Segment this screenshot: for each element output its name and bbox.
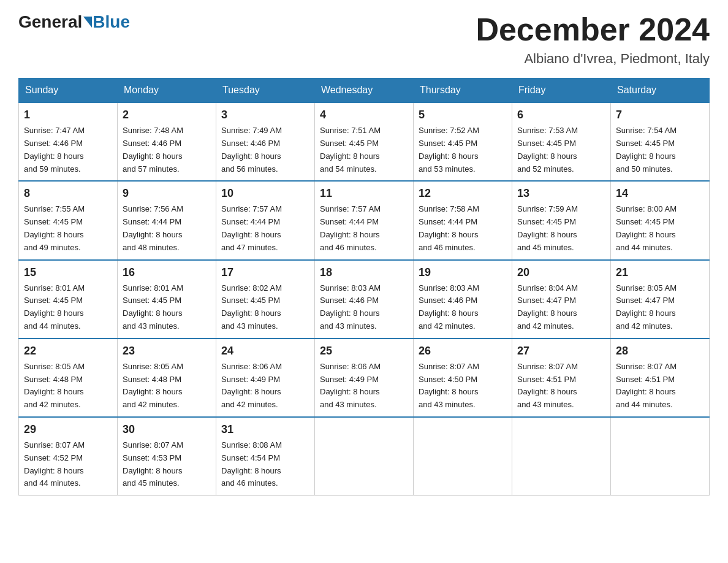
header-day-tuesday: Tuesday <box>216 79 315 103</box>
day-info: Sunrise: 8:03 AMSunset: 4:46 PMDaylight:… <box>419 282 507 333</box>
week-row-2: 8Sunrise: 7:55 AMSunset: 4:45 PMDaylight… <box>19 181 710 259</box>
day-info: Sunrise: 8:08 AMSunset: 4:54 PMDaylight:… <box>221 439 309 490</box>
day-number: 14 <box>616 185 704 202</box>
day-number: 9 <box>123 185 211 202</box>
day-number: 22 <box>24 343 112 359</box>
logo-general-text: General <box>18 12 82 32</box>
header-day-monday: Monday <box>118 79 216 103</box>
day-number: 24 <box>221 343 309 359</box>
day-number: 13 <box>517 185 605 202</box>
day-number: 19 <box>419 264 507 281</box>
calendar-cell <box>611 417 710 496</box>
calendar-cell: 10Sunrise: 7:57 AMSunset: 4:44 PMDayligh… <box>216 181 315 259</box>
title-section: December 2024 Albiano d'Ivrea, Piedmont,… <box>476 12 710 67</box>
day-number: 27 <box>517 343 605 359</box>
logo-arrow-icon <box>83 17 92 28</box>
day-number: 18 <box>320 264 408 281</box>
calendar-cell: 9Sunrise: 7:56 AMSunset: 4:44 PMDaylight… <box>118 181 216 259</box>
day-info: Sunrise: 8:05 AMSunset: 4:47 PMDaylight:… <box>616 282 704 333</box>
calendar-cell <box>512 417 611 496</box>
day-info: Sunrise: 8:02 AMSunset: 4:45 PMDaylight:… <box>221 282 309 333</box>
location-title: Albiano d'Ivrea, Piedmont, Italy <box>476 51 710 67</box>
day-number: 4 <box>320 107 408 123</box>
header-day-wednesday: Wednesday <box>315 79 414 103</box>
calendar-cell: 26Sunrise: 8:07 AMSunset: 4:50 PMDayligh… <box>414 339 512 417</box>
day-info: Sunrise: 7:55 AMSunset: 4:45 PMDaylight:… <box>24 203 112 254</box>
day-number: 10 <box>221 185 309 202</box>
week-row-3: 15Sunrise: 8:01 AMSunset: 4:45 PMDayligh… <box>19 260 710 339</box>
day-number: 31 <box>221 421 309 438</box>
week-row-4: 22Sunrise: 8:05 AMSunset: 4:48 PMDayligh… <box>19 339 710 417</box>
day-info: Sunrise: 7:48 AMSunset: 4:46 PMDaylight:… <box>123 124 211 175</box>
day-info: Sunrise: 8:01 AMSunset: 4:45 PMDaylight:… <box>123 282 211 333</box>
calendar-cell: 13Sunrise: 7:59 AMSunset: 4:45 PMDayligh… <box>512 181 611 259</box>
day-info: Sunrise: 8:07 AMSunset: 4:50 PMDaylight:… <box>419 361 507 412</box>
calendar-cell: 4Sunrise: 7:51 AMSunset: 4:45 PMDaylight… <box>315 102 414 181</box>
calendar-cell: 25Sunrise: 8:06 AMSunset: 4:49 PMDayligh… <box>315 339 414 417</box>
day-number: 29 <box>24 421 112 438</box>
page-header: General Blue December 2024 Albiano d'Ivr… <box>18 12 710 67</box>
day-info: Sunrise: 7:57 AMSunset: 4:44 PMDaylight:… <box>320 203 408 254</box>
calendar-cell: 14Sunrise: 8:00 AMSunset: 4:45 PMDayligh… <box>611 181 710 259</box>
day-number: 5 <box>419 107 507 123</box>
day-info: Sunrise: 8:05 AMSunset: 4:48 PMDaylight:… <box>123 361 211 412</box>
day-number: 12 <box>419 185 507 202</box>
calendar-cell: 8Sunrise: 7:55 AMSunset: 4:45 PMDaylight… <box>19 181 118 259</box>
day-info: Sunrise: 8:06 AMSunset: 4:49 PMDaylight:… <box>221 361 309 412</box>
day-info: Sunrise: 8:07 AMSunset: 4:51 PMDaylight:… <box>616 361 704 412</box>
calendar-cell: 20Sunrise: 8:04 AMSunset: 4:47 PMDayligh… <box>512 260 611 339</box>
day-number: 8 <box>24 185 112 202</box>
calendar-cell <box>315 417 414 496</box>
calendar-cell: 7Sunrise: 7:54 AMSunset: 4:45 PMDaylight… <box>611 102 710 181</box>
calendar-cell: 11Sunrise: 7:57 AMSunset: 4:44 PMDayligh… <box>315 181 414 259</box>
day-info: Sunrise: 7:52 AMSunset: 4:45 PMDaylight:… <box>419 124 507 175</box>
day-number: 17 <box>221 264 309 281</box>
calendar-cell: 5Sunrise: 7:52 AMSunset: 4:45 PMDaylight… <box>414 102 512 181</box>
calendar-cell: 28Sunrise: 8:07 AMSunset: 4:51 PMDayligh… <box>611 339 710 417</box>
day-info: Sunrise: 8:00 AMSunset: 4:45 PMDaylight:… <box>616 203 704 254</box>
week-row-1: 1Sunrise: 7:47 AMSunset: 4:46 PMDaylight… <box>19 102 710 181</box>
day-number: 7 <box>616 107 704 123</box>
day-info: Sunrise: 7:59 AMSunset: 4:45 PMDaylight:… <box>517 203 605 254</box>
day-number: 2 <box>123 107 211 123</box>
calendar-cell: 18Sunrise: 8:03 AMSunset: 4:46 PMDayligh… <box>315 260 414 339</box>
day-number: 25 <box>320 343 408 359</box>
calendar-cell: 2Sunrise: 7:48 AMSunset: 4:46 PMDaylight… <box>118 102 216 181</box>
header-day-friday: Friday <box>512 79 611 103</box>
day-number: 11 <box>320 185 408 202</box>
logo: General Blue <box>18 12 130 32</box>
calendar-cell: 22Sunrise: 8:05 AMSunset: 4:48 PMDayligh… <box>19 339 118 417</box>
day-info: Sunrise: 7:58 AMSunset: 4:44 PMDaylight:… <box>419 203 507 254</box>
day-info: Sunrise: 7:53 AMSunset: 4:45 PMDaylight:… <box>517 124 605 175</box>
header-day-thursday: Thursday <box>414 79 512 103</box>
calendar-cell: 21Sunrise: 8:05 AMSunset: 4:47 PMDayligh… <box>611 260 710 339</box>
day-number: 6 <box>517 107 605 123</box>
day-info: Sunrise: 8:05 AMSunset: 4:48 PMDaylight:… <box>24 361 112 412</box>
day-info: Sunrise: 7:57 AMSunset: 4:44 PMDaylight:… <box>221 203 309 254</box>
day-info: Sunrise: 8:06 AMSunset: 4:49 PMDaylight:… <box>320 361 408 412</box>
week-row-5: 29Sunrise: 8:07 AMSunset: 4:52 PMDayligh… <box>19 417 710 496</box>
logo-blue-text: Blue <box>93 12 130 32</box>
day-number: 30 <box>123 421 211 438</box>
day-number: 3 <box>221 107 309 123</box>
day-number: 1 <box>24 107 112 123</box>
day-info: Sunrise: 8:07 AMSunset: 4:52 PMDaylight:… <box>24 439 112 490</box>
day-number: 26 <box>419 343 507 359</box>
day-info: Sunrise: 7:47 AMSunset: 4:46 PMDaylight:… <box>24 124 112 175</box>
calendar-cell: 19Sunrise: 8:03 AMSunset: 4:46 PMDayligh… <box>414 260 512 339</box>
day-number: 15 <box>24 264 112 281</box>
day-info: Sunrise: 8:01 AMSunset: 4:45 PMDaylight:… <box>24 282 112 333</box>
day-info: Sunrise: 8:07 AMSunset: 4:51 PMDaylight:… <box>517 361 605 412</box>
day-info: Sunrise: 7:54 AMSunset: 4:45 PMDaylight:… <box>616 124 704 175</box>
day-info: Sunrise: 8:07 AMSunset: 4:53 PMDaylight:… <box>123 439 211 490</box>
calendar-cell: 23Sunrise: 8:05 AMSunset: 4:48 PMDayligh… <box>118 339 216 417</box>
calendar-cell: 29Sunrise: 8:07 AMSunset: 4:52 PMDayligh… <box>19 417 118 496</box>
day-number: 16 <box>123 264 211 281</box>
calendar-cell: 30Sunrise: 8:07 AMSunset: 4:53 PMDayligh… <box>118 417 216 496</box>
day-number: 21 <box>616 264 704 281</box>
calendar-cell: 3Sunrise: 7:49 AMSunset: 4:46 PMDaylight… <box>216 102 315 181</box>
calendar-table: SundayMondayTuesdayWednesdayThursdayFrid… <box>18 78 710 496</box>
calendar-cell <box>414 417 512 496</box>
month-title: December 2024 <box>476 12 710 47</box>
day-number: 20 <box>517 264 605 281</box>
